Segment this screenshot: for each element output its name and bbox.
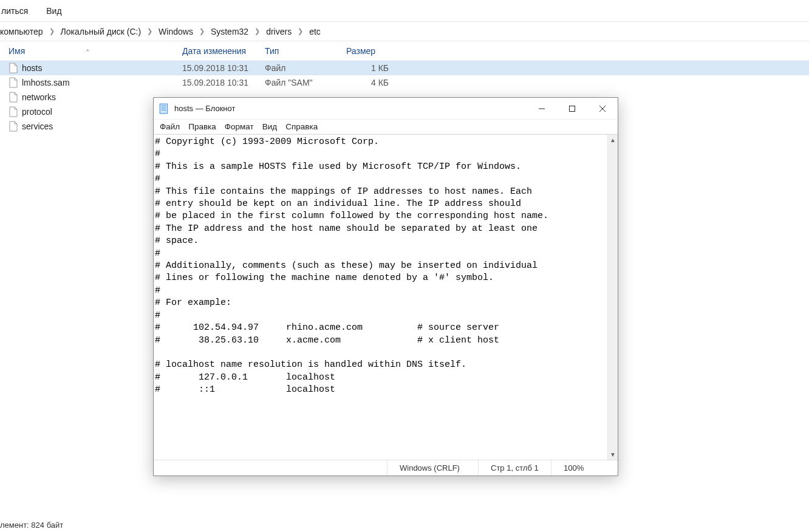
status-encoding: Windows (CRLF) xyxy=(387,460,478,476)
file-date: 15.09.2018 10:31 xyxy=(182,78,265,87)
file-name: hosts xyxy=(19,63,182,73)
notepad-body: # Copyright (c) 1993-2009 Microsoft Corp… xyxy=(154,134,618,460)
col-header-type[interactable]: Тип xyxy=(265,46,346,56)
notepad-menu-bar: Файл Правка Формат Вид Справка xyxy=(154,120,618,134)
file-type: Файл xyxy=(265,63,346,73)
notepad-icon xyxy=(159,103,169,114)
chevron-right-icon[interactable]: ❯ xyxy=(143,27,156,35)
np-menu-edit[interactable]: Правка xyxy=(188,122,216,131)
breadcrumb[interactable]: компьютер ❯ Локальный диск (C:) ❯ Window… xyxy=(0,22,809,41)
sort-arrow-icon: ⌃ xyxy=(85,49,90,55)
close-icon xyxy=(599,105,606,112)
chevron-right-icon[interactable]: ❯ xyxy=(46,27,58,35)
scroll-down-arrow-icon[interactable]: ▼ xyxy=(608,449,618,460)
file-icon xyxy=(9,106,19,117)
status-cursor-pos: Стр 1, стлб 1 xyxy=(478,460,551,476)
crumb-computer[interactable]: компьютер xyxy=(0,27,43,36)
file-size: 4 КБ xyxy=(346,78,395,87)
file-type: Файл "SAM" xyxy=(265,78,346,87)
np-menu-help[interactable]: Справка xyxy=(285,122,318,131)
file-name: lmhosts.sam xyxy=(19,78,182,87)
notepad-text-area[interactable]: # Copyright (c) 1993-2009 Microsoft Corp… xyxy=(154,135,607,460)
file-list-header: Имя ⌃ Дата изменения Тип Размер xyxy=(0,41,809,61)
svg-rect-0 xyxy=(160,104,167,114)
file-icon xyxy=(9,77,19,88)
explorer-status-bar: лемент: 824 байт xyxy=(0,520,63,530)
notepad-title: hosts — Блокнот xyxy=(174,104,527,113)
close-button[interactable] xyxy=(587,98,618,119)
file-icon xyxy=(9,121,19,132)
status-spacer xyxy=(154,460,387,476)
crumb-disk-c[interactable]: Локальный диск (C:) xyxy=(61,27,142,36)
np-menu-file[interactable]: Файл xyxy=(160,122,180,131)
crumb-system32[interactable]: System32 xyxy=(211,27,248,36)
window-buttons xyxy=(527,98,618,119)
explorer-menu-bar: литься Вид xyxy=(0,0,809,22)
minimize-icon xyxy=(538,105,545,112)
scroll-up-arrow-icon[interactable]: ▲ xyxy=(608,135,618,145)
status-zoom: 100% xyxy=(551,460,618,476)
crumb-drivers[interactable]: drivers xyxy=(266,27,292,36)
col-header-name-label: Имя xyxy=(9,46,25,56)
np-menu-format[interactable]: Формат xyxy=(225,122,254,131)
file-row[interactable]: lmhosts.sam15.09.2018 10:31Файл "SAM"4 К… xyxy=(0,75,809,90)
crumb-etc[interactable]: etc xyxy=(309,27,321,36)
minimize-button[interactable] xyxy=(527,98,557,119)
file-size: 1 КБ xyxy=(346,63,395,73)
maximize-button[interactable] xyxy=(557,98,587,119)
notepad-titlebar[interactable]: hosts — Блокнот xyxy=(154,98,618,120)
chevron-right-icon[interactable]: ❯ xyxy=(251,27,264,35)
col-header-size[interactable]: Размер xyxy=(346,46,395,56)
file-date: 15.09.2018 10:31 xyxy=(182,63,265,73)
file-icon xyxy=(9,92,19,103)
vertical-scrollbar[interactable]: ▲ ▼ xyxy=(607,135,618,460)
menu-view[interactable]: Вид xyxy=(46,6,61,16)
menu-share[interactable]: литься xyxy=(1,6,28,16)
notepad-window: hosts — Блокнот Файл Правка Формат Вид С… xyxy=(153,97,618,476)
chevron-right-icon[interactable]: ❯ xyxy=(294,27,307,35)
maximize-icon xyxy=(568,105,576,112)
crumb-windows[interactable]: Windows xyxy=(159,27,193,36)
svg-rect-5 xyxy=(570,106,575,111)
file-icon xyxy=(9,63,19,73)
chevron-right-icon[interactable]: ❯ xyxy=(196,27,208,35)
file-row[interactable]: hosts15.09.2018 10:31Файл1 КБ xyxy=(0,61,809,75)
col-header-date[interactable]: Дата изменения xyxy=(182,46,265,56)
col-header-name[interactable]: Имя ⌃ xyxy=(0,46,182,56)
notepad-status-bar: Windows (CRLF) Стр 1, стлб 1 100% xyxy=(154,460,618,476)
np-menu-view[interactable]: Вид xyxy=(262,122,277,131)
